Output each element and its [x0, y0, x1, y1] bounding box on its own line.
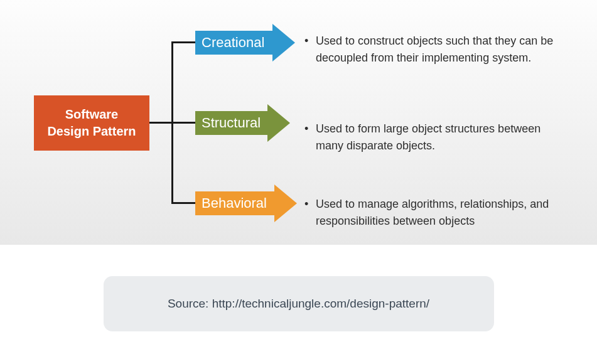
category-structural: Structural — [195, 104, 290, 142]
diagram-area: Software Design Pattern Creational Used … — [0, 0, 597, 245]
arrow-head-icon — [274, 185, 297, 222]
arrow-structural: Structural — [195, 104, 290, 142]
description-structural: Used to form large object structures bet… — [304, 120, 571, 154]
description-text: Used to construct objects such that they… — [316, 33, 571, 67]
arrow-behavioral: Behavioral — [195, 185, 297, 222]
root-title: Software Design Pattern — [47, 106, 136, 140]
source-caption: Source: http://technicaljungle.com/desig… — [104, 276, 494, 331]
source-text: Source: http://technicaljungle.com/desig… — [168, 297, 429, 311]
arrow-label-creational: Creational — [195, 31, 272, 55]
description-text: Used to form large object structures bet… — [316, 120, 571, 154]
connector-branch-2 — [171, 122, 195, 124]
arrow-head-icon — [272, 24, 295, 62]
connector-branch-1 — [171, 41, 195, 43]
arrow-creational: Creational — [195, 24, 295, 62]
description-creational: Used to construct objects such that they… — [304, 33, 571, 67]
root-box: Software Design Pattern — [34, 95, 149, 151]
arrow-head-icon — [267, 104, 290, 142]
arrow-label-behavioral: Behavioral — [195, 191, 274, 215]
category-behavioral: Behavioral — [195, 185, 297, 222]
description-behavioral: Used to manage algorithms, relationships… — [304, 196, 571, 230]
category-creational: Creational — [195, 24, 295, 62]
description-text: Used to manage algorithms, relationships… — [316, 196, 571, 230]
connector-branch-3 — [171, 202, 195, 204]
connector-root-stub — [149, 122, 173, 124]
arrow-label-structural: Structural — [195, 111, 267, 135]
